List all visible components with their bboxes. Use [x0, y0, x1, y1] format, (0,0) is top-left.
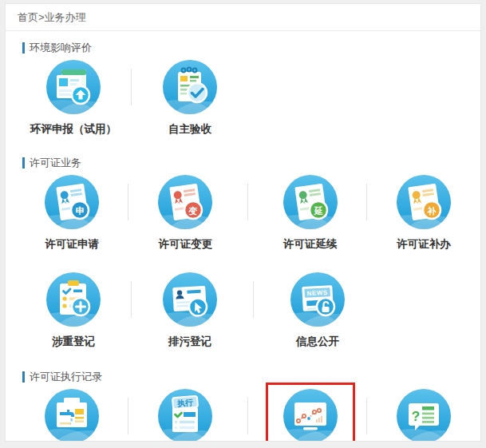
- menu-item-label: 排污登记: [168, 335, 211, 349]
- icon-row: 涉重登记: [6, 271, 480, 349]
- license-apply-icon[interactable]: 申: [43, 173, 101, 231]
- menu-item-label: 涉重登记: [52, 335, 95, 349]
- menu-item-license-apply[interactable]: 申 许可证申请: [15, 173, 128, 252]
- section-header: 环境影响评价: [22, 41, 480, 55]
- icon-row: 台账记录 执行: [6, 387, 480, 442]
- content-panel: 首页>业务办理 环境影响评价: [5, 3, 481, 442]
- svg-text:NEWS: NEWS: [306, 289, 328, 297]
- menu-item-label: 许可证补办: [397, 237, 451, 252]
- menu-item-license-renew[interactable]: 延 许可证延续: [254, 173, 367, 252]
- menu-item-label: 环评申报（试用）: [30, 122, 117, 137]
- menu-item-license-change[interactable]: 变 许可证变更: [128, 173, 242, 252]
- section-license: 许可证业务: [6, 156, 480, 349]
- section-execution-records: 许可证执行记录 台账记录: [6, 370, 480, 442]
- info-disclosure-icon[interactable]: NEWS: [289, 271, 346, 328]
- menu-item-label: 自主验收: [168, 122, 211, 137]
- breadcrumb[interactable]: 首页>业务办理: [6, 4, 480, 31]
- menu-item-label: 信息公开: [296, 335, 339, 349]
- section-title: 许可证执行记录: [30, 370, 102, 384]
- svg-text:延: 延: [313, 206, 322, 216]
- license-renew-icon[interactable]: 延: [282, 173, 339, 231]
- menu-item-label: 许可证变更: [159, 237, 213, 252]
- menu-item-eia-declare[interactable]: 环评申报（试用）: [15, 58, 132, 137]
- menu-item-ledger-record[interactable]: 台账记录: [15, 387, 128, 442]
- menu-item-monitor-record[interactable]: 监测记录: [254, 387, 367, 442]
- menu-item-label: 许可证延续: [283, 237, 338, 252]
- section-eia: 环境影响评价 环评申报（试: [6, 41, 480, 137]
- menu-item-self-acceptance[interactable]: 自主验收: [132, 58, 248, 137]
- monitor-record-icon[interactable]: [282, 387, 339, 442]
- heavy-metal-register-icon[interactable]: [45, 271, 102, 328]
- menu-item-discharge-register[interactable]: 排污登记: [132, 271, 248, 349]
- acceptance-check-icon[interactable]: [161, 58, 219, 116]
- svg-text:变: 变: [188, 206, 198, 216]
- menu-item-info-disclosure[interactable]: NEWS 信息公开: [259, 271, 376, 349]
- correction-rule-icon[interactable]: ?: [395, 387, 452, 442]
- section-header: 许可证执行记录: [22, 370, 480, 384]
- license-change-icon[interactable]: 变: [156, 173, 214, 231]
- section-header: 许可证业务: [22, 156, 480, 170]
- menu-item-heavy-metal-register[interactable]: 涉重登记: [15, 271, 132, 349]
- svg-text:执行: 执行: [176, 398, 195, 408]
- icon-row: 环评申报（试用）: [6, 58, 480, 137]
- section-bar-icon: [22, 371, 25, 383]
- discharge-register-icon[interactable]: [161, 271, 219, 328]
- menu-item-correction-rule[interactable]: ? 改正规定: [367, 387, 480, 442]
- upload-docs-icon[interactable]: [45, 58, 102, 116]
- icon-row: 申 许可证申请: [6, 173, 480, 252]
- menu-item-license-reissue[interactable]: 补 许可证补办: [367, 173, 480, 252]
- license-reissue-icon[interactable]: 补: [395, 173, 452, 231]
- svg-text:补: 补: [426, 206, 437, 216]
- svg-text:?: ?: [412, 409, 420, 424]
- menu-item-label: 许可证申请: [45, 237, 99, 252]
- svg-text:申: 申: [76, 206, 85, 216]
- menu-item-execution-report[interactable]: 执行 执行报告: [128, 387, 242, 442]
- section-title: 环境影响评价: [30, 41, 92, 55]
- ledger-record-icon[interactable]: [43, 387, 101, 442]
- section-bar-icon: [22, 42, 25, 54]
- section-title: 许可证业务: [30, 156, 81, 170]
- execution-report-icon[interactable]: 执行: [156, 387, 214, 442]
- section-bar-icon: [22, 157, 25, 168]
- page: 首页>业务办理 环境影响评价: [0, 0, 486, 448]
